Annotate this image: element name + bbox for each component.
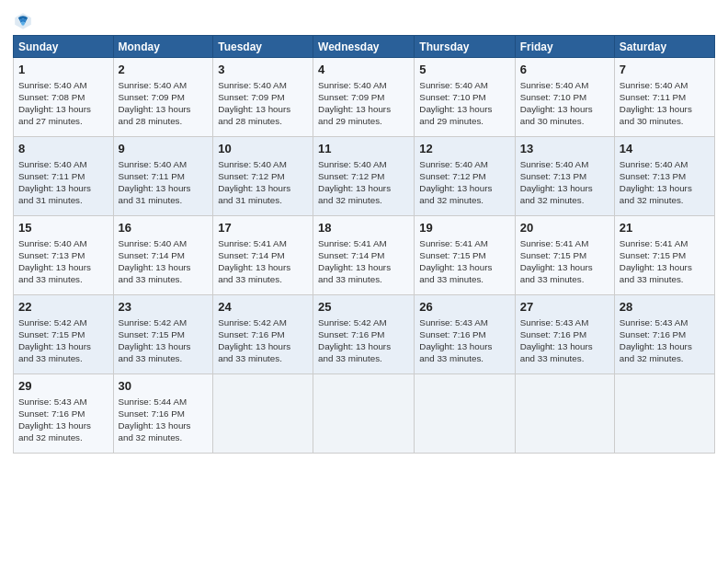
day-info: Sunrise: 5:40 AM Sunset: 7:10 PM Dayligh…: [520, 79, 609, 128]
day-number: 11: [318, 141, 409, 157]
day-info: Sunrise: 5:40 AM Sunset: 7:12 PM Dayligh…: [318, 158, 409, 207]
day-info: Sunrise: 5:41 AM Sunset: 7:15 PM Dayligh…: [520, 237, 609, 286]
day-number: 29: [18, 378, 108, 395]
day-number: 16: [119, 220, 209, 236]
day-info: Sunrise: 5:41 AM Sunset: 7:15 PM Dayligh…: [419, 237, 509, 286]
calendar-week-1: 1Sunrise: 5:40 AM Sunset: 7:08 PM Daylig…: [14, 58, 715, 137]
calendar-cell: 11Sunrise: 5:40 AM Sunset: 7:12 PM Dayli…: [313, 137, 415, 216]
day-info: Sunrise: 5:40 AM Sunset: 7:09 PM Dayligh…: [318, 79, 409, 128]
calendar-cell: 24Sunrise: 5:42 AM Sunset: 7:16 PM Dayli…: [213, 295, 313, 374]
day-number: 10: [218, 141, 308, 157]
calendar-cell: [515, 374, 614, 454]
day-info: Sunrise: 5:40 AM Sunset: 7:11 PM Dayligh…: [620, 79, 710, 128]
calendar-cell: [415, 374, 515, 454]
day-number: 8: [18, 141, 108, 157]
calendar-cell: 22Sunrise: 5:42 AM Sunset: 7:15 PM Dayli…: [14, 295, 114, 374]
logo-icon: [13, 11, 33, 31]
day-info: Sunrise: 5:43 AM Sunset: 7:16 PM Dayligh…: [620, 316, 710, 365]
day-info: Sunrise: 5:44 AM Sunset: 7:16 PM Dayligh…: [119, 396, 209, 444]
calendar-cell: 29Sunrise: 5:43 AM Sunset: 7:16 PM Dayli…: [14, 374, 114, 454]
weekday-header-monday: Monday: [113, 36, 213, 58]
calendar-cell: 21Sunrise: 5:41 AM Sunset: 7:15 PM Dayli…: [614, 216, 714, 295]
calendar-cell: 6Sunrise: 5:40 AM Sunset: 7:10 PM Daylig…: [515, 58, 614, 137]
calendar-cell: 17Sunrise: 5:41 AM Sunset: 7:14 PM Dayli…: [213, 216, 313, 295]
day-info: Sunrise: 5:42 AM Sunset: 7:16 PM Dayligh…: [318, 316, 409, 365]
day-info: Sunrise: 5:40 AM Sunset: 7:14 PM Dayligh…: [119, 237, 209, 286]
calendar-week-2: 8Sunrise: 5:40 AM Sunset: 7:11 PM Daylig…: [14, 137, 715, 216]
calendar-week-3: 15Sunrise: 5:40 AM Sunset: 7:13 PM Dayli…: [14, 216, 715, 295]
day-info: Sunrise: 5:40 AM Sunset: 7:08 PM Dayligh…: [18, 79, 108, 128]
calendar-cell: 27Sunrise: 5:43 AM Sunset: 7:16 PM Dayli…: [515, 295, 614, 374]
calendar-cell: 12Sunrise: 5:40 AM Sunset: 7:12 PM Dayli…: [415, 137, 515, 216]
day-info: Sunrise: 5:41 AM Sunset: 7:14 PM Dayligh…: [218, 237, 308, 286]
day-number: 5: [419, 62, 509, 78]
header: [13, 11, 715, 31]
day-info: Sunrise: 5:40 AM Sunset: 7:13 PM Dayligh…: [620, 158, 710, 207]
day-info: Sunrise: 5:40 AM Sunset: 7:12 PM Dayligh…: [419, 158, 509, 207]
calendar-cell: 8Sunrise: 5:40 AM Sunset: 7:11 PM Daylig…: [14, 137, 114, 216]
day-number: 28: [620, 299, 710, 316]
weekday-header-saturday: Saturday: [614, 36, 714, 58]
day-info: Sunrise: 5:40 AM Sunset: 7:10 PM Dayligh…: [419, 79, 509, 128]
weekday-header-sunday: Sunday: [14, 36, 114, 58]
calendar-week-4: 22Sunrise: 5:42 AM Sunset: 7:15 PM Dayli…: [14, 295, 715, 374]
day-number: 27: [520, 299, 609, 316]
day-number: 9: [119, 141, 209, 157]
day-info: Sunrise: 5:40 AM Sunset: 7:12 PM Dayligh…: [218, 158, 308, 207]
day-number: 1: [18, 62, 108, 78]
day-info: Sunrise: 5:40 AM Sunset: 7:11 PM Dayligh…: [119, 158, 209, 207]
calendar-cell: 18Sunrise: 5:41 AM Sunset: 7:14 PM Dayli…: [313, 216, 415, 295]
day-number: 7: [620, 62, 710, 78]
calendar-cell: 1Sunrise: 5:40 AM Sunset: 7:08 PM Daylig…: [14, 58, 114, 137]
calendar-cell: 2Sunrise: 5:40 AM Sunset: 7:09 PM Daylig…: [113, 58, 213, 137]
calendar-cell: 15Sunrise: 5:40 AM Sunset: 7:13 PM Dayli…: [14, 216, 114, 295]
calendar-cell: 3Sunrise: 5:40 AM Sunset: 7:09 PM Daylig…: [213, 58, 313, 137]
day-number: 6: [520, 62, 609, 78]
calendar-page: SundayMondayTuesdayWednesdayThursdayFrid…: [0, 0, 728, 563]
calendar-cell: 13Sunrise: 5:40 AM Sunset: 7:13 PM Dayli…: [515, 137, 614, 216]
day-number: 17: [218, 220, 308, 236]
day-number: 3: [218, 62, 308, 78]
calendar-cell: [313, 374, 415, 454]
day-number: 23: [119, 299, 209, 316]
day-info: Sunrise: 5:40 AM Sunset: 7:09 PM Dayligh…: [119, 79, 209, 128]
weekday-header-friday: Friday: [515, 36, 614, 58]
weekday-header-wednesday: Wednesday: [313, 36, 415, 58]
day-info: Sunrise: 5:40 AM Sunset: 7:11 PM Dayligh…: [18, 158, 108, 207]
calendar-body: 1Sunrise: 5:40 AM Sunset: 7:08 PM Daylig…: [14, 58, 715, 454]
weekday-header-row: SundayMondayTuesdayWednesdayThursdayFrid…: [14, 36, 715, 58]
calendar-cell: 9Sunrise: 5:40 AM Sunset: 7:11 PM Daylig…: [113, 137, 213, 216]
calendar-cell: 7Sunrise: 5:40 AM Sunset: 7:11 PM Daylig…: [614, 58, 714, 137]
day-number: 24: [218, 299, 308, 316]
day-info: Sunrise: 5:43 AM Sunset: 7:16 PM Dayligh…: [520, 316, 609, 365]
calendar-cell: 4Sunrise: 5:40 AM Sunset: 7:09 PM Daylig…: [313, 58, 415, 137]
weekday-header-tuesday: Tuesday: [213, 36, 313, 58]
day-number: 30: [119, 378, 209, 395]
weekday-header-thursday: Thursday: [415, 36, 515, 58]
calendar-cell: 30Sunrise: 5:44 AM Sunset: 7:16 PM Dayli…: [113, 374, 213, 454]
day-info: Sunrise: 5:41 AM Sunset: 7:15 PM Dayligh…: [620, 237, 710, 286]
calendar-table: SundayMondayTuesdayWednesdayThursdayFrid…: [13, 35, 715, 454]
day-number: 18: [318, 220, 409, 236]
day-info: Sunrise: 5:41 AM Sunset: 7:14 PM Dayligh…: [318, 237, 409, 286]
day-info: Sunrise: 5:40 AM Sunset: 7:09 PM Dayligh…: [218, 79, 308, 128]
calendar-cell: 23Sunrise: 5:42 AM Sunset: 7:15 PM Dayli…: [113, 295, 213, 374]
day-info: Sunrise: 5:43 AM Sunset: 7:16 PM Dayligh…: [18, 396, 108, 444]
day-info: Sunrise: 5:43 AM Sunset: 7:16 PM Dayligh…: [419, 316, 509, 365]
calendar-cell: [614, 374, 714, 454]
logo: [13, 11, 37, 31]
day-info: Sunrise: 5:42 AM Sunset: 7:16 PM Dayligh…: [218, 316, 308, 365]
day-number: 13: [520, 141, 609, 157]
calendar-cell: 19Sunrise: 5:41 AM Sunset: 7:15 PM Dayli…: [415, 216, 515, 295]
calendar-header: SundayMondayTuesdayWednesdayThursdayFrid…: [14, 36, 715, 58]
day-number: 15: [18, 220, 108, 236]
day-info: Sunrise: 5:40 AM Sunset: 7:13 PM Dayligh…: [520, 158, 609, 207]
day-number: 12: [419, 141, 509, 157]
calendar-week-5: 29Sunrise: 5:43 AM Sunset: 7:16 PM Dayli…: [14, 374, 715, 454]
calendar-cell: 10Sunrise: 5:40 AM Sunset: 7:12 PM Dayli…: [213, 137, 313, 216]
calendar-cell: 20Sunrise: 5:41 AM Sunset: 7:15 PM Dayli…: [515, 216, 614, 295]
day-number: 21: [620, 220, 710, 236]
calendar-cell: [213, 374, 313, 454]
calendar-cell: 14Sunrise: 5:40 AM Sunset: 7:13 PM Dayli…: [614, 137, 714, 216]
calendar-cell: 26Sunrise: 5:43 AM Sunset: 7:16 PM Dayli…: [415, 295, 515, 374]
